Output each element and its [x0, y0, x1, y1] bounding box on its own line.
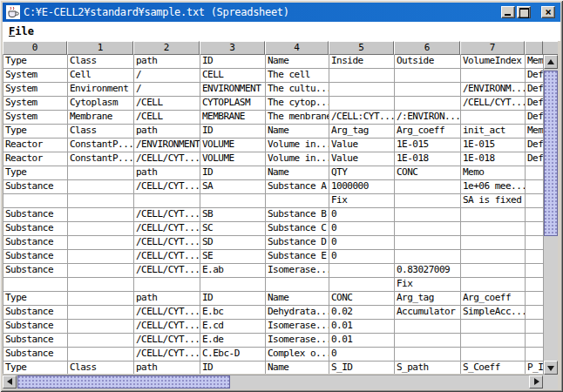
table-cell[interactable]: 0.02: [329, 306, 395, 320]
table-cell[interactable]: Cytoplasm: [68, 97, 134, 111]
table-cell[interactable]: 1E-015: [461, 139, 526, 152]
table-cell[interactable]: [68, 194, 134, 208]
table-cell[interactable]: [68, 222, 134, 236]
table-cell[interactable]: [526, 264, 543, 278]
table-cell[interactable]: VOLUME: [200, 152, 266, 166]
table-cell[interactable]: Reactor: [3, 139, 68, 152]
table-cell[interactable]: [461, 348, 526, 362]
table-cell[interactable]: Membrane: [68, 111, 134, 125]
table-cell[interactable]: Type: [3, 362, 68, 374]
table-cell[interactable]: [329, 278, 395, 292]
column-header[interactable]: 5: [329, 41, 394, 55]
table-cell[interactable]: [526, 292, 543, 306]
table-cell[interactable]: Arg_tag: [329, 125, 395, 139]
table-cell[interactable]: [461, 208, 526, 222]
table-cell[interactable]: [461, 69, 526, 83]
table-cell[interactable]: Complex o...: [266, 348, 329, 362]
table-cell[interactable]: [461, 111, 526, 125]
table-cell[interactable]: [395, 250, 461, 264]
table-cell[interactable]: Isomerase...: [266, 320, 329, 334]
table-cell[interactable]: [395, 97, 461, 111]
table-cell[interactable]: [68, 208, 134, 222]
table-cell[interactable]: ENVIRONMENT: [200, 83, 266, 97]
table-cell[interactable]: CELL: [200, 69, 266, 83]
table-cell[interactable]: /:ENVIRON...: [395, 111, 461, 125]
column-header[interactable]: 0: [3, 41, 67, 55]
table-cell[interactable]: Memo: [526, 125, 543, 139]
table-cell[interactable]: /CELL/CYT...: [134, 250, 200, 264]
table-cell[interactable]: E.cd: [200, 320, 266, 334]
table-cell[interactable]: path: [134, 55, 200, 69]
table-cell[interactable]: MEMBRANE: [200, 111, 266, 125]
table-cell[interactable]: [329, 264, 395, 278]
column-header[interactable]: 1: [67, 41, 133, 55]
table-cell[interactable]: [68, 264, 134, 278]
table-cell[interactable]: CONC: [329, 292, 395, 306]
table-cell[interactable]: [68, 348, 134, 362]
table-cell[interactable]: Type: [3, 166, 68, 180]
table-cell[interactable]: 0: [329, 222, 395, 236]
table-cell[interactable]: [395, 236, 461, 250]
table-cell[interactable]: Fix: [395, 278, 461, 292]
table-cell[interactable]: /CELL: [134, 97, 200, 111]
table-cell[interactable]: /CELL/CYT...: [134, 180, 200, 194]
table-cell[interactable]: SD: [200, 236, 266, 250]
table-cell[interactable]: Volume in...: [266, 139, 329, 152]
table-cell[interactable]: /ENVIRONMENT: [134, 139, 200, 152]
table-cell[interactable]: [3, 194, 68, 208]
table-cell[interactable]: path: [134, 292, 200, 306]
table-cell[interactable]: Memo: [526, 55, 543, 69]
table-cell[interactable]: SC: [200, 222, 266, 236]
table-cell[interactable]: Substance C: [266, 222, 329, 236]
table-cell[interactable]: [526, 236, 543, 250]
table-cell[interactable]: /CELL/CYT...: [134, 348, 200, 362]
table-cell[interactable]: [461, 320, 526, 334]
table-cell[interactable]: [461, 236, 526, 250]
table-cell[interactable]: [200, 194, 266, 208]
scroll-down-button[interactable]: [544, 361, 558, 375]
scroll-left-button[interactable]: [3, 375, 17, 389]
table-cell[interactable]: path: [134, 166, 200, 180]
table-cell[interactable]: The cell: [266, 69, 329, 83]
column-header[interactable]: 3: [200, 41, 265, 55]
table-cell[interactable]: System: [3, 97, 68, 111]
table-cell[interactable]: Environment: [68, 83, 134, 97]
table-cell[interactable]: [134, 194, 200, 208]
table-cell[interactable]: 1E-018: [395, 152, 461, 166]
table-cell[interactable]: VOLUME: [200, 139, 266, 152]
table-cell[interactable]: [526, 320, 543, 334]
table-cell[interactable]: [68, 334, 134, 348]
table-cell[interactable]: Volume in...: [266, 152, 329, 166]
maximize-button[interactable]: [517, 6, 531, 18]
table-cell[interactable]: [68, 320, 134, 334]
table-cell[interactable]: ID: [200, 362, 266, 374]
table-cell[interactable]: [329, 83, 395, 97]
table-cell[interactable]: [395, 222, 461, 236]
table-cell[interactable]: QTY: [329, 166, 395, 180]
table-cell[interactable]: 1000000: [329, 180, 395, 194]
table-cell[interactable]: S_path: [395, 362, 461, 374]
table-cell[interactable]: P_ID: [526, 362, 543, 374]
horizontal-scrollbar[interactable]: [3, 375, 543, 389]
table-cell[interactable]: Substance D: [266, 236, 329, 250]
table-cell[interactable]: [68, 180, 134, 194]
scroll-right-button[interactable]: [529, 375, 543, 389]
table-cell[interactable]: Arg_coeff: [395, 125, 461, 139]
table-cell[interactable]: Substance B: [266, 208, 329, 222]
table-cell[interactable]: [68, 278, 134, 292]
table-cell[interactable]: The menbrane: [266, 111, 329, 125]
column-header[interactable]: [525, 41, 543, 55]
title-bar[interactable]: C:¥E-CELL2¥standard¥sample.txt (Spreadsh…: [3, 3, 560, 22]
table-cell[interactable]: [461, 222, 526, 236]
table-cell[interactable]: SimpleAcc...: [461, 306, 526, 320]
table-cell[interactable]: [526, 306, 543, 320]
table-cell[interactable]: 0.01: [329, 334, 395, 348]
table-cell[interactable]: Substance A: [266, 180, 329, 194]
table-cell[interactable]: Name: [266, 362, 329, 374]
table-cell[interactable]: ID: [200, 55, 266, 69]
table-cell[interactable]: Reactor: [3, 152, 68, 166]
table-cell[interactable]: Substance: [3, 208, 68, 222]
table-cell[interactable]: Isomerase...: [266, 334, 329, 348]
horizontal-scrollbar-thumb[interactable]: [17, 375, 230, 389]
table-cell[interactable]: [266, 194, 329, 208]
